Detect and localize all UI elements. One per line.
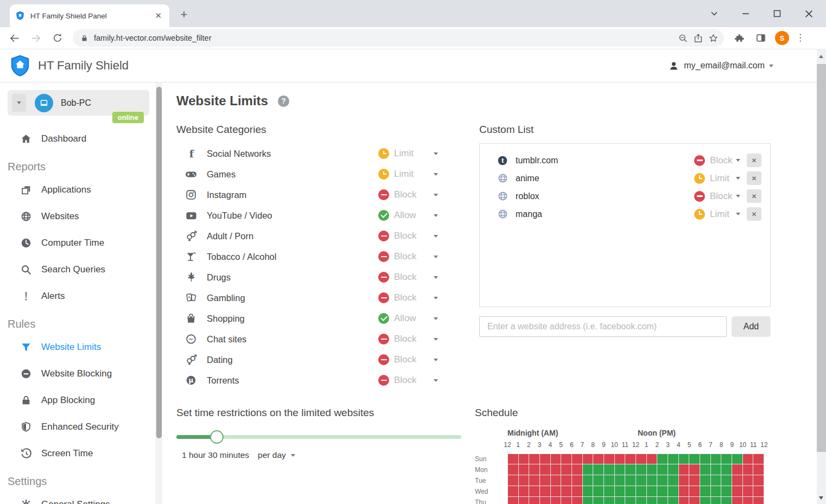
schedule-cell[interactable] xyxy=(519,464,530,475)
schedule-cell[interactable] xyxy=(679,486,690,497)
forward-button[interactable] xyxy=(28,30,43,46)
schedule-cell[interactable] xyxy=(540,464,551,475)
schedule-cell[interactable] xyxy=(540,486,551,497)
schedule-cell[interactable] xyxy=(593,454,604,464)
schedule-cell[interactable] xyxy=(657,454,668,464)
category-status-dropdown[interactable]: Limit xyxy=(378,148,438,159)
schedule-cell[interactable] xyxy=(529,475,540,486)
schedule-cell[interactable] xyxy=(743,497,754,504)
schedule-cell[interactable] xyxy=(743,454,754,464)
schedule-cell[interactable] xyxy=(700,475,711,486)
schedule-cell[interactable] xyxy=(615,475,626,486)
sidebar-scrollbar-thumb[interactable] xyxy=(156,87,162,438)
schedule-cell[interactable] xyxy=(732,475,743,486)
schedule-cell[interactable] xyxy=(721,497,732,504)
schedule-cell[interactable] xyxy=(615,464,626,475)
schedule-cell[interactable] xyxy=(508,464,519,475)
time-unit-dropdown[interactable]: per day xyxy=(258,450,295,460)
sidebar-item-computer-time[interactable]: Computer Time xyxy=(0,229,155,256)
extensions-puzzle-icon[interactable] xyxy=(732,30,747,46)
schedule-cell[interactable] xyxy=(732,464,743,475)
schedule-cell[interactable] xyxy=(711,475,722,486)
schedule-cell[interactable] xyxy=(551,497,562,504)
add-website-button[interactable]: Add xyxy=(732,316,771,337)
schedule-cell[interactable] xyxy=(572,475,583,486)
tab-close-icon[interactable]: ✕ xyxy=(153,10,164,22)
schedule-cell[interactable] xyxy=(711,486,722,497)
schedule-cell[interactable] xyxy=(636,464,647,475)
category-status-dropdown[interactable]: Block xyxy=(378,189,438,200)
schedule-cell[interactable] xyxy=(732,454,743,464)
schedule-cell[interactable] xyxy=(753,454,764,464)
schedule-cell[interactable] xyxy=(551,475,562,486)
browser-menu-icon[interactable]: ⋮ xyxy=(796,36,804,40)
schedule-cell[interactable] xyxy=(636,475,647,486)
scroll-up-arrow-icon[interactable] xyxy=(819,55,823,58)
schedule-cell[interactable] xyxy=(657,486,668,497)
category-status-dropdown[interactable]: Block xyxy=(378,231,438,241)
schedule-cell[interactable] xyxy=(593,464,604,475)
schedule-cell[interactable] xyxy=(593,497,604,504)
category-status-dropdown[interactable]: Allow xyxy=(378,210,438,221)
schedule-cell[interactable] xyxy=(583,464,594,475)
schedule-cell[interactable] xyxy=(508,454,519,464)
schedule-cell[interactable] xyxy=(753,475,764,486)
sidebar-scrollbar[interactable] xyxy=(155,82,162,504)
schedule-cell[interactable] xyxy=(625,464,636,475)
schedule-cell[interactable] xyxy=(753,486,764,497)
schedule-cell[interactable] xyxy=(583,454,594,464)
schedule-cell[interactable] xyxy=(647,475,658,486)
schedule-cell[interactable] xyxy=(668,497,679,504)
sidebar-item-app-blocking[interactable]: App Blocking xyxy=(0,387,155,413)
schedule-cell[interactable] xyxy=(593,475,604,486)
schedule-cell[interactable] xyxy=(636,486,647,497)
schedule-cell[interactable] xyxy=(572,486,583,497)
schedule-cell[interactable] xyxy=(519,497,530,504)
category-status-dropdown[interactable]: Block xyxy=(378,292,438,303)
schedule-cell[interactable] xyxy=(689,486,700,497)
schedule-cell[interactable] xyxy=(668,464,679,475)
schedule-cell[interactable] xyxy=(657,475,668,486)
schedule-cell[interactable] xyxy=(529,464,540,475)
reload-button[interactable] xyxy=(50,30,65,46)
schedule-cell[interactable] xyxy=(583,486,594,497)
schedule-cell[interactable] xyxy=(679,454,690,464)
schedule-cell[interactable] xyxy=(604,454,615,464)
page-scrollbar-thumb[interactable] xyxy=(817,64,826,452)
schedule-cell[interactable] xyxy=(583,475,594,486)
schedule-cell[interactable] xyxy=(721,486,732,497)
schedule-cell[interactable] xyxy=(700,497,711,504)
schedule-cell[interactable] xyxy=(551,486,562,497)
remove-site-button[interactable] xyxy=(747,171,761,185)
share-icon[interactable] xyxy=(690,30,706,46)
schedule-cell[interactable] xyxy=(519,454,530,464)
back-button[interactable] xyxy=(7,30,22,46)
schedule-cell[interactable] xyxy=(583,497,594,504)
schedule-cell[interactable] xyxy=(572,497,583,504)
schedule-cell[interactable] xyxy=(721,475,732,486)
schedule-cell[interactable] xyxy=(711,454,722,464)
schedule-cell[interactable] xyxy=(743,464,754,475)
schedule-cell[interactable] xyxy=(743,486,754,497)
schedule-cell[interactable] xyxy=(647,454,658,464)
side-panel-icon[interactable] xyxy=(753,30,768,46)
browser-tab[interactable]: HT Family Shield Panel ✕ xyxy=(10,4,169,27)
schedule-cell[interactable] xyxy=(625,454,636,464)
schedule-cell[interactable] xyxy=(615,454,626,464)
schedule-cell[interactable] xyxy=(529,497,540,504)
schedule-cell[interactable] xyxy=(561,464,572,475)
schedule-cell[interactable] xyxy=(689,454,700,464)
schedule-cell[interactable] xyxy=(625,475,636,486)
schedule-cell[interactable] xyxy=(732,486,743,497)
new-tab-button[interactable]: + xyxy=(176,7,192,22)
schedule-cell[interactable] xyxy=(561,475,572,486)
category-status-dropdown[interactable]: Block xyxy=(378,334,438,344)
schedule-cell[interactable] xyxy=(561,486,572,497)
schedule-cell[interactable] xyxy=(743,475,754,486)
category-status-dropdown[interactable]: Block xyxy=(378,375,438,386)
schedule-cell[interactable] xyxy=(551,464,562,475)
sidebar-item-search-queries[interactable]: Search Queries xyxy=(0,256,155,283)
schedule-cell[interactable] xyxy=(561,497,572,504)
sidebar-item-websites[interactable]: Websites xyxy=(0,203,155,229)
schedule-cell[interactable] xyxy=(529,486,540,497)
